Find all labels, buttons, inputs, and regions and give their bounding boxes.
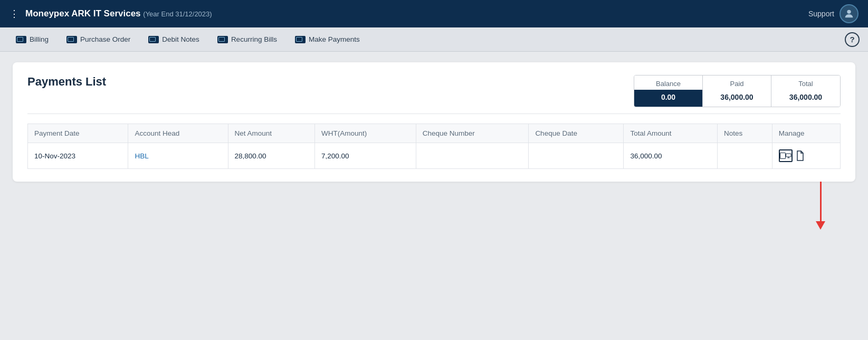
- col-total-amount: Total Amount: [624, 124, 717, 143]
- col-payment-date: Payment Date: [28, 124, 128, 143]
- avatar[interactable]: [840, 4, 859, 23]
- nav-item-debit-notes[interactable]: Debit Notes: [141, 32, 207, 46]
- cell-total-amount: 36,000.00: [624, 143, 717, 169]
- cell-manage: [772, 143, 840, 169]
- recurring-bills-icon: [217, 36, 228, 43]
- edit-payment-button[interactable]: [779, 149, 793, 162]
- cell-notes: [717, 143, 772, 169]
- balance-value: 0.00: [634, 90, 702, 107]
- col-wht-amount: WHT(Amount): [315, 124, 416, 143]
- manage-icons: [779, 149, 834, 162]
- balance-label: Balance: [634, 75, 702, 90]
- col-notes: Notes: [717, 124, 772, 143]
- purchase-order-icon: [66, 36, 77, 43]
- cell-cheque-number: [416, 143, 529, 169]
- payments-header: Payments List Balance 0.00 Paid 36,000.0…: [27, 75, 841, 107]
- total-label: Total: [771, 75, 840, 90]
- paid-value: 36,000.00: [703, 90, 771, 107]
- paid-label: Paid: [703, 75, 771, 90]
- cell-account-head: HBL: [128, 143, 228, 169]
- file-button[interactable]: [795, 149, 805, 162]
- nav-item-recurring-bills[interactable]: Recurring Bills: [210, 32, 284, 46]
- nav-item-purchase-order[interactable]: Purchase Order: [59, 32, 138, 46]
- divider: [27, 114, 841, 114]
- cell-net-amount: 28,800.00: [228, 143, 315, 169]
- paid-box: Paid 36,000.00: [703, 75, 771, 107]
- page-title: Payments List: [27, 75, 106, 89]
- debit-notes-icon: [148, 36, 159, 43]
- table-header: Payment Date Account Head Net Amount WHT…: [28, 124, 841, 143]
- support-label: Support: [808, 10, 834, 18]
- svg-point-0: [847, 10, 851, 14]
- app-header: ⋮ Moneypex ARK IT Services (Year End 31/…: [0, 0, 868, 27]
- table-row: 10-Nov-2023 HBL 28,800.00 7,200.00 36,00…: [28, 143, 841, 169]
- header-right: Support: [808, 4, 859, 23]
- table-body: 10-Nov-2023 HBL 28,800.00 7,200.00 36,00…: [28, 143, 841, 169]
- summary-boxes: Balance 0.00 Paid 36,000.00 Total 36,000…: [634, 75, 841, 107]
- payments-table: Payment Date Account Head Net Amount WHT…: [27, 124, 841, 169]
- col-net-amount: Net Amount: [228, 124, 315, 143]
- header-left: ⋮ Moneypex ARK IT Services (Year End 31/…: [9, 8, 212, 20]
- menu-icon[interactable]: ⋮: [9, 8, 19, 20]
- navbar: Billing Purchase Order Debit Notes Recur…: [0, 27, 868, 52]
- col-account-head: Account Head: [128, 124, 228, 143]
- cell-payment-date: 10-Nov-2023: [28, 143, 128, 169]
- nav-item-make-payments[interactable]: Make Payments: [288, 32, 367, 46]
- help-icon[interactable]: ?: [845, 32, 860, 47]
- cell-cheque-date: [529, 143, 624, 169]
- arrow-line: [820, 182, 822, 221]
- billing-icon: [16, 36, 26, 43]
- arrow-annotation: [13, 182, 855, 240]
- nav-item-billing[interactable]: Billing: [8, 32, 56, 46]
- app-title: Moneypex ARK IT Services (Year End 31/12…: [25, 8, 212, 19]
- svg-rect-1: [786, 154, 791, 157]
- balance-box: Balance 0.00: [634, 75, 703, 107]
- total-value: 36,000.00: [771, 90, 840, 107]
- arrow-head: [816, 221, 825, 230]
- main-content: Payments List Balance 0.00 Paid 36,000.0…: [0, 52, 868, 250]
- total-box: Total 36,000.00: [771, 75, 840, 107]
- col-cheque-number: Cheque Number: [416, 124, 529, 143]
- payments-card: Payments List Balance 0.00 Paid 36,000.0…: [13, 62, 855, 182]
- account-head-link[interactable]: HBL: [135, 152, 148, 160]
- make-payments-icon: [295, 36, 306, 43]
- col-cheque-date: Cheque Date: [529, 124, 624, 143]
- cell-wht-amount: 7,200.00: [315, 143, 416, 169]
- col-manage: Manage: [772, 124, 840, 143]
